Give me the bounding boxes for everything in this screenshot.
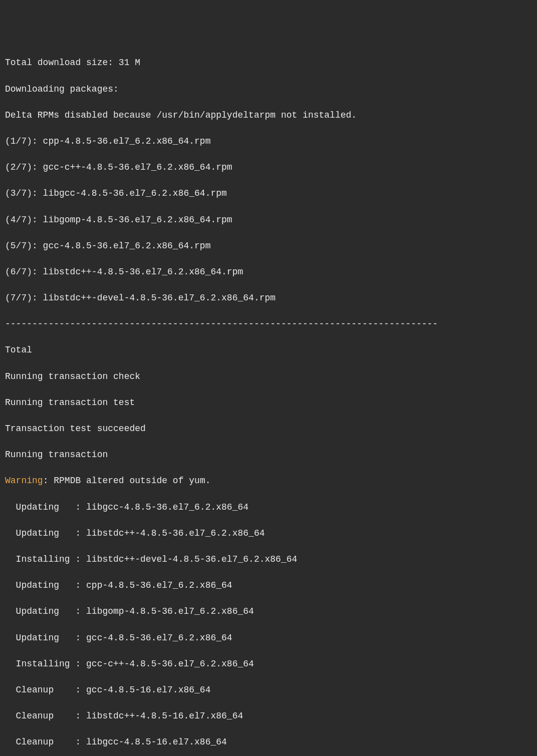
transaction-line: Updating : libgomp-4.8.5-36.el7_6.2.x86_… (5, 605, 532, 618)
download-item: (1/7): cpp-4.8.5-36.el7_6.2.x86_64.rpm (5, 135, 532, 148)
transaction-line: Updating : libgcc-4.8.5-36.el7_6.2.x86_6… (5, 501, 532, 514)
transaction-test: Running transaction test (5, 396, 532, 409)
transaction-line: Installing : libstdc++-devel-4.8.5-36.el… (5, 553, 532, 566)
download-item: (5/7): gcc-4.8.5-36.el7_6.2.x86_64.rpm (5, 239, 532, 252)
download-item: (2/7): gcc-c++-4.8.5-36.el7_6.2.x86_64.r… (5, 161, 532, 174)
total-label: Total (5, 343, 532, 356)
transaction-line: Cleanup : libstdc++-4.8.5-16.el7.x86_64 (5, 709, 532, 722)
transaction-line: Cleanup : gcc-4.8.5-16.el7.x86_64 (5, 683, 532, 696)
warning-label: Warning (5, 476, 43, 486)
download-item: (6/7): libstdc++-4.8.5-36.el7_6.2.x86_64… (5, 265, 532, 278)
transaction-line: Updating : cpp-4.8.5-36.el7_6.2.x86_64 (5, 579, 532, 592)
download-item: (4/7): libgomp-4.8.5-36.el7_6.2.x86_64.r… (5, 213, 532, 226)
downloading-label: Downloading packages: (5, 83, 532, 96)
warning-text: : RPMDB altered outside of yum. (43, 476, 211, 486)
separator-line: ----------------------------------------… (5, 317, 532, 330)
transaction-line: Updating : libstdc++-4.8.5-36.el7_6.2.x8… (5, 527, 532, 540)
transaction-line: Installing : gcc-c++-4.8.5-36.el7_6.2.x8… (5, 657, 532, 670)
rpmdb-warning: Warning: RPMDB altered outside of yum. (5, 474, 532, 487)
total-download-size: Total download size: 31 M (5, 56, 532, 69)
download-item: (3/7): libgcc-4.8.5-36.el7_6.2.x86_64.rp… (5, 187, 532, 200)
transaction-line: Cleanup : libgcc-4.8.5-16.el7.x86_64 (5, 735, 532, 748)
running-transaction: Running transaction (5, 448, 532, 461)
download-item: (7/7): libstdc++-devel-4.8.5-36.el7_6.2.… (5, 291, 532, 304)
transaction-line: Updating : gcc-4.8.5-36.el7_6.2.x86_64 (5, 631, 532, 644)
transaction-test-succeeded: Transaction test succeeded (5, 422, 532, 435)
transaction-check: Running transaction check (5, 370, 532, 383)
delta-rpm-disabled: Delta RPMs disabled because /usr/bin/app… (5, 109, 532, 122)
